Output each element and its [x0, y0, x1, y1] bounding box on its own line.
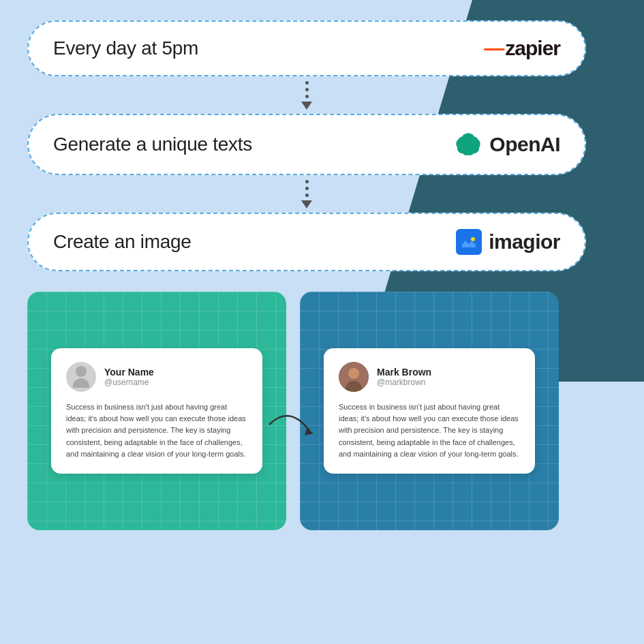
- dot: [305, 95, 309, 98]
- template-post-card: Your Name @username Success in business …: [51, 348, 262, 473]
- template-card: Your Name @username Success in business …: [27, 292, 286, 530]
- imagior-text: imagior: [489, 230, 560, 254]
- openai-icon: [454, 130, 482, 159]
- template-user-info: Your Name @username: [104, 367, 154, 387]
- dot: [305, 194, 309, 197]
- zapier-logo-container: —zapier: [484, 37, 560, 60]
- template-avatar: [66, 362, 96, 392]
- flow-card-imagior: Create an image imagior: [27, 213, 586, 271]
- flow-card-1-text: Every day at 5pm: [53, 37, 198, 59]
- dot: [305, 180, 309, 183]
- dot-line-2: [301, 180, 312, 209]
- person-photo-icon: [339, 362, 369, 392]
- flow-section: Every day at 5pm —zapier Generate a uniq…: [27, 20, 617, 271]
- arrow-head: [301, 200, 312, 209]
- main-container: Every day at 5pm —zapier Generate a uniq…: [0, 0, 644, 644]
- result-post-text: Success in business isn't just about hav…: [339, 401, 520, 459]
- person-silhouette-icon: [73, 366, 89, 388]
- imagior-icon: [456, 229, 482, 255]
- bottom-cards-wrapper: Your Name @username Success in business …: [27, 292, 559, 530]
- result-user-name: Mark Brown: [377, 367, 431, 378]
- result-avatar: [339, 362, 369, 392]
- arrow-connector-1: [27, 76, 586, 114]
- flow-card-3-text: Create an image: [53, 231, 191, 253]
- openai-text: OpenAI: [489, 133, 560, 156]
- dot: [305, 187, 309, 190]
- template-user-name: Your Name: [104, 367, 154, 378]
- result-user-info: Mark Brown @markbrown: [377, 367, 431, 387]
- svg-point-5: [348, 368, 359, 379]
- template-post-header: Your Name @username: [66, 362, 247, 392]
- dot-line-1: [301, 81, 312, 110]
- result-card: Mark Brown @markbrown Success in busines…: [300, 292, 559, 530]
- arrow-head: [301, 102, 312, 110]
- result-post-card: Mark Brown @markbrown Success in busines…: [324, 348, 535, 473]
- flow-card-openai: Generate a unique texts OpenAI: [27, 114, 586, 175]
- template-post-text: Success in business isn't just about hav…: [66, 401, 247, 459]
- zapier-logo: —zapier: [484, 37, 560, 60]
- curved-arrow-icon: [262, 411, 317, 452]
- imagior-logo-container: imagior: [456, 229, 560, 255]
- template-user-handle: @username: [104, 378, 154, 387]
- dot: [305, 81, 309, 85]
- dot: [305, 88, 309, 91]
- openai-logo-container: OpenAI: [454, 130, 560, 159]
- arrow-connector-2: [27, 175, 586, 213]
- result-user-handle: @markbrown: [377, 378, 431, 387]
- result-post-header: Mark Brown @markbrown: [339, 362, 520, 392]
- flow-card-zapier: Every day at 5pm —zapier: [27, 20, 586, 76]
- svg-point-2: [471, 237, 475, 241]
- flow-card-2-text: Generate a unique texts: [53, 134, 252, 155]
